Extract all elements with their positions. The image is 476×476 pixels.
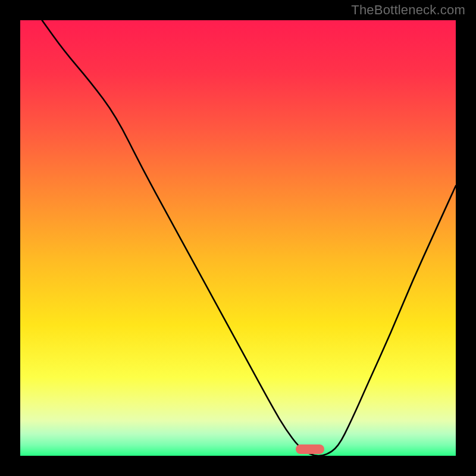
optimal-range-marker <box>296 444 324 454</box>
curve-path <box>42 20 456 456</box>
bottleneck-curve <box>20 20 456 456</box>
attribution-label: TheBottleneck.com <box>351 2 465 18</box>
bottleneck-chart <box>20 20 456 456</box>
